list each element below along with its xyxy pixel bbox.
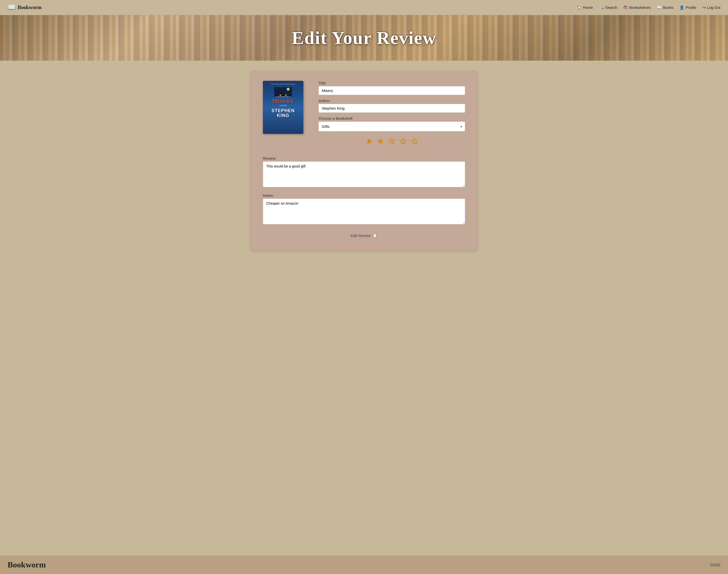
nav-search[interactable]: 🔍 Search xyxy=(599,5,617,10)
footer-copyright: ©2022 xyxy=(710,563,720,567)
search-icon: 🔍 xyxy=(599,5,604,10)
book-cover-top-text: THE #1 NEW YORK TIMES BESTSELLER xyxy=(271,83,295,85)
profile-icon: 👤 xyxy=(680,5,684,10)
title-input[interactable] xyxy=(318,86,465,95)
books-icon: 📖 xyxy=(657,5,661,10)
nav-home[interactable]: 🏠 Home xyxy=(577,5,593,10)
hero-title: Edit Your Review xyxy=(292,28,436,48)
svg-point-2 xyxy=(276,88,277,89)
nav-bookshelves[interactable]: 📚 Bookshelves xyxy=(623,5,651,10)
bookshelf-select-wrapper: Gifts To Read Currently Reading Read Fav… xyxy=(318,122,465,131)
book-cover-area: THE #1 NEW YORK TIMES BESTSELLER xyxy=(263,81,308,149)
star-2[interactable]: ★ xyxy=(377,136,384,146)
navbar: 📖 Bookworm 🏠 Home 🔍 Search 📚 Bookshelves… xyxy=(0,0,728,15)
notes-field-group: Notes: xyxy=(263,193,465,226)
notes-label: Notes: xyxy=(263,193,465,198)
footer: Bookworm ©2022 xyxy=(0,556,728,574)
nav-logout[interactable]: ↪ Log Out xyxy=(702,5,720,10)
edit-review-button[interactable]: Edit Review 📋 xyxy=(343,231,385,241)
svg-point-3 xyxy=(280,88,281,88)
star-1[interactable]: ★ xyxy=(366,136,373,146)
main-content: THE #1 NEW YORK TIMES BESTSELLER xyxy=(0,60,728,556)
book-icon: 📖 xyxy=(8,4,16,11)
review-label: Review: xyxy=(263,156,465,160)
nav-books[interactable]: 📖 Books xyxy=(657,5,674,10)
book-cover-house-illustration xyxy=(274,87,292,97)
edit-review-icon: 📋 xyxy=(373,233,377,238)
svg-rect-8 xyxy=(279,94,281,96)
stars-rating: ★ ★ ★ ★ ★ xyxy=(318,136,465,146)
hero-banner: Edit Your Review xyxy=(0,15,728,60)
nav-logo-text: Bookworm xyxy=(18,5,41,10)
review-field-group: Review: xyxy=(263,156,465,188)
submit-area: Edit Review 📋 xyxy=(263,231,465,241)
logout-icon: ↪ xyxy=(702,5,706,10)
review-textarea[interactable] xyxy=(263,161,465,187)
star-4[interactable]: ★ xyxy=(399,136,407,146)
svg-rect-9 xyxy=(285,94,286,96)
notes-textarea[interactable] xyxy=(263,199,465,224)
star-5[interactable]: ★ xyxy=(411,136,418,146)
author-input[interactable] xyxy=(318,104,465,113)
star-3[interactable]: ★ xyxy=(388,136,395,146)
nav-logo[interactable]: 📖 Bookworm xyxy=(8,4,41,11)
bookshelf-select[interactable]: Gifts To Read Currently Reading Read Fav… xyxy=(318,122,465,131)
bookshelf-label: Choose a Bookshelf xyxy=(318,116,465,121)
nav-profile[interactable]: 👤 Profile xyxy=(680,5,696,10)
title-label: Title: xyxy=(318,81,465,85)
home-icon: 🏠 xyxy=(577,5,582,10)
author-label: Author: xyxy=(318,98,465,103)
svg-point-4 xyxy=(284,89,284,89)
book-cover-subtitle: A NOVEL xyxy=(279,105,287,106)
footer-logo: Bookworm xyxy=(8,560,46,569)
author-field-group: Author: xyxy=(318,98,465,113)
book-fields: Title: Author: Choose a Bookshelf Gifts … xyxy=(318,81,465,149)
form-card: THE #1 NEW YORK TIMES BESTSELLER xyxy=(250,71,478,251)
edit-review-label: Edit Review xyxy=(351,234,371,238)
nav-links: 🏠 Home 🔍 Search 📚 Bookshelves 📖 Books 👤 … xyxy=(577,5,720,10)
bookshelf-field-group: Choose a Bookshelf Gifts To Read Current… xyxy=(318,116,465,131)
book-cover-title: MISERY xyxy=(272,98,294,104)
book-cover-author: STEPHEN KING xyxy=(271,109,295,119)
form-top-section: THE #1 NEW YORK TIMES BESTSELLER xyxy=(263,81,465,149)
bookshelves-icon: 📚 xyxy=(623,5,628,10)
svg-point-1 xyxy=(286,88,290,91)
book-cover: THE #1 NEW YORK TIMES BESTSELLER xyxy=(263,81,303,134)
title-field-group: Title: xyxy=(318,81,465,95)
